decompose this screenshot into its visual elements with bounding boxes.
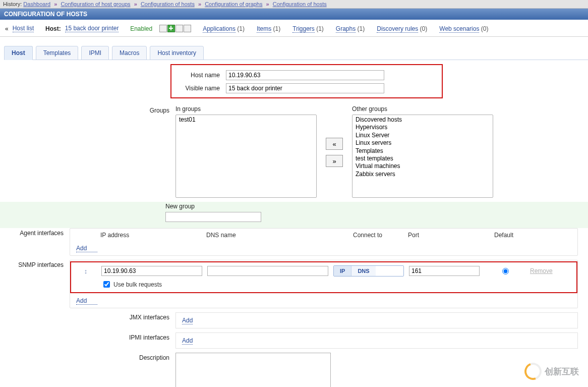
items-link[interactable]: Items bbox=[257, 25, 271, 33]
connect-to-toggle: IP DNS bbox=[333, 265, 404, 277]
bulk-requests-label[interactable]: Use bulk requests bbox=[101, 280, 572, 289]
move-right-button[interactable]: » bbox=[326, 155, 343, 167]
in-groups-label: In groups bbox=[175, 105, 317, 113]
connect-ip-button[interactable]: IP bbox=[334, 266, 351, 276]
history-link-4[interactable]: Configuration of hosts bbox=[273, 1, 327, 7]
host-label: Host: bbox=[45, 25, 61, 32]
description-textarea[interactable] bbox=[175, 353, 331, 387]
history-sep: » bbox=[52, 1, 59, 7]
avail-box-4 bbox=[184, 25, 191, 32]
availability-indicators bbox=[159, 25, 192, 32]
other-group-option[interactable]: Hypervisors bbox=[355, 124, 491, 131]
hostname-label: Host name bbox=[175, 70, 226, 79]
other-group-option[interactable]: Templates bbox=[355, 147, 491, 155]
visiblename-label: Visible name bbox=[175, 83, 226, 92]
snmp-highlight: ↕ IP DNS Remove bbox=[70, 261, 577, 293]
col-default: Default bbox=[484, 232, 524, 239]
snmp-default-radio[interactable] bbox=[502, 268, 509, 274]
snmp-remove-link[interactable]: Remove bbox=[530, 267, 570, 274]
host-list-link[interactable]: Host list bbox=[13, 25, 34, 32]
interface-header: IP address DNS name Connect to Port Defa… bbox=[70, 229, 577, 242]
move-left-button[interactable]: « bbox=[326, 138, 343, 150]
triggers-count: (1) bbox=[316, 25, 324, 32]
history-sep: » bbox=[132, 1, 139, 7]
ipmi-interfaces-label: IPMI interfaces bbox=[10, 333, 175, 341]
tab-macros[interactable]: Macros bbox=[112, 46, 147, 60]
avail-box-1 bbox=[159, 25, 167, 32]
other-group-option[interactable]: Zabbix servers bbox=[355, 171, 491, 178]
bulk-requests-checkbox[interactable] bbox=[103, 281, 110, 288]
snmp-interface-row: ↕ IP DNS Remove bbox=[71, 262, 576, 280]
groups-label: Groups bbox=[10, 105, 175, 114]
snmp-ip-input[interactable] bbox=[101, 266, 202, 276]
tabs: Host Templates IPMI Macros Host inventor… bbox=[4, 46, 588, 60]
jmx-add-link[interactable]: Add bbox=[182, 317, 193, 324]
host-form: Host name Visible name Groups In gro bbox=[0, 60, 588, 387]
applications-count: (1) bbox=[237, 25, 245, 32]
snmp-dns-input[interactable] bbox=[207, 266, 328, 276]
newgroup-label: New group bbox=[165, 203, 588, 210]
host-name-link[interactable]: 15 back door printer bbox=[65, 25, 119, 32]
ipmi-add-link[interactable]: Add bbox=[182, 337, 193, 345]
agent-add-link[interactable]: Add bbox=[76, 245, 97, 252]
avail-box-3 bbox=[175, 25, 183, 32]
connect-dns-button[interactable]: DNS bbox=[351, 266, 375, 276]
applications-link[interactable]: Applications bbox=[203, 25, 236, 33]
discovery-link[interactable]: Discovery rules bbox=[377, 25, 418, 33]
history-link-2[interactable]: Configuration of hosts bbox=[141, 1, 195, 7]
other-group-option[interactable]: Virtual machines bbox=[355, 162, 491, 170]
bulk-requests-text: Use bulk requests bbox=[113, 281, 162, 288]
other-groups-label: Other groups bbox=[352, 105, 493, 113]
subheader: « Host list Host: 15 back door printer E… bbox=[0, 20, 588, 37]
other-group-option[interactable]: Linux Server bbox=[355, 132, 491, 139]
jmx-interfaces-label: JMX interfaces bbox=[10, 312, 175, 321]
other-group-option[interactable]: test templates bbox=[355, 155, 491, 162]
history-link-3[interactable]: Configuration of graphs bbox=[205, 1, 262, 7]
agent-interfaces-label: Agent interfaces bbox=[10, 228, 70, 237]
avail-box-snmp bbox=[167, 25, 175, 32]
tab-inventory[interactable]: Host inventory bbox=[150, 46, 204, 60]
snmp-add-link[interactable]: Add bbox=[76, 297, 97, 305]
col-port: Port bbox=[408, 232, 479, 239]
hostname-input[interactable] bbox=[226, 70, 384, 80]
col-connect: Connect to bbox=[332, 232, 403, 239]
history-link-1[interactable]: Configuration of host groups bbox=[61, 1, 130, 7]
snmp-port-input[interactable] bbox=[409, 266, 480, 276]
discovery-count: (0) bbox=[420, 25, 428, 32]
history-sep: » bbox=[196, 1, 203, 7]
new-group-band: New group bbox=[0, 202, 588, 228]
in-group-option[interactable]: test01 bbox=[178, 116, 314, 124]
visiblename-input[interactable] bbox=[226, 83, 384, 93]
tab-templates[interactable]: Templates bbox=[36, 46, 79, 60]
graphs-link[interactable]: Graphs bbox=[336, 25, 356, 33]
web-count: (0) bbox=[481, 25, 489, 32]
back-arrow: « bbox=[5, 25, 9, 32]
col-dns: DNS name bbox=[206, 232, 327, 239]
graphs-count: (1) bbox=[358, 25, 365, 32]
in-groups-select[interactable]: test01 bbox=[175, 115, 317, 198]
page-title: CONFIGURATION OF HOSTS bbox=[0, 9, 588, 20]
newgroup-input[interactable] bbox=[165, 212, 261, 222]
other-groups-select[interactable]: Discovered hosts Hypervisors Linux Serve… bbox=[352, 115, 493, 198]
col-ip: IP address bbox=[100, 232, 201, 239]
web-link[interactable]: Web scenarios bbox=[439, 25, 479, 33]
history-sep: » bbox=[264, 1, 271, 7]
hostname-highlight: Host name Visible name bbox=[170, 64, 443, 98]
history-link-0[interactable]: Dashboard bbox=[23, 1, 50, 7]
triggers-link[interactable]: Triggers bbox=[292, 25, 315, 33]
drag-handle-icon[interactable]: ↕ bbox=[75, 267, 96, 275]
tab-ipmi[interactable]: IPMI bbox=[81, 46, 109, 60]
host-status: Enabled bbox=[130, 25, 152, 32]
other-group-option[interactable]: Linux servers bbox=[355, 139, 491, 147]
description-label: Description bbox=[10, 353, 175, 361]
items-count: (1) bbox=[273, 25, 281, 32]
history-bar: History: Dashboard » Configuration of ho… bbox=[0, 0, 588, 9]
other-group-option[interactable]: Discovered hosts bbox=[355, 116, 491, 124]
snmp-interfaces-label: SNMP interfaces bbox=[10, 260, 70, 268]
tab-host[interactable]: Host bbox=[4, 46, 33, 60]
history-label: History: bbox=[3, 1, 22, 7]
